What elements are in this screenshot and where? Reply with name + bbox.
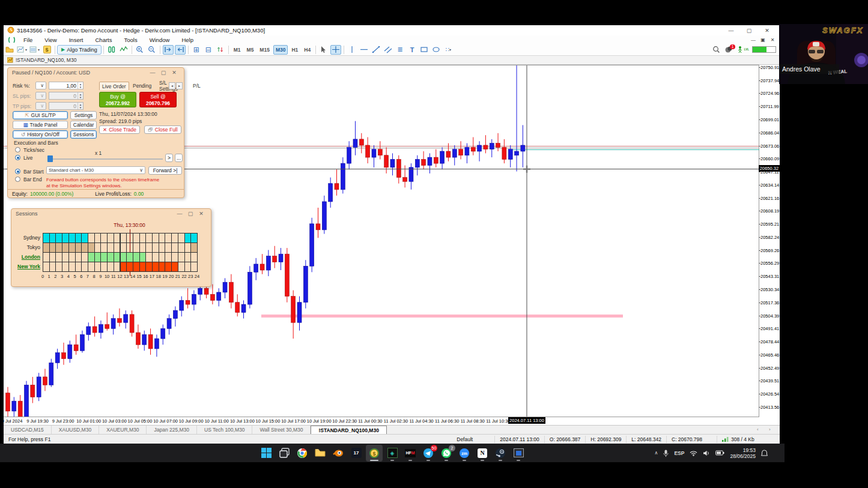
tp-input[interactable]: 0▲▼ <box>49 102 83 110</box>
menu-window[interactable]: Window <box>144 37 176 43</box>
calendar-button[interactable]: Calendar <box>70 121 97 129</box>
time-axis[interactable]: 9 Jul 20249 Jul 19:309 Jul 23:0010 Jul 0… <box>4 417 759 425</box>
settings-button[interactable]: Settings <box>70 111 97 119</box>
chart-tab-xaueur-m30[interactable]: XAUEUR,M30 <box>99 426 147 434</box>
chart-tab-xauusd-m30[interactable]: XAUUSD,M30 <box>52 426 99 434</box>
taskbar-start-icon[interactable] <box>258 445 275 462</box>
menu-file[interactable]: File <box>17 37 38 43</box>
spinner-icon[interactable]: ▲▼ <box>77 82 83 89</box>
chart-tab-us-tech-100-m30[interactable]: US Tech 100,M30 <box>197 426 252 434</box>
taskbar-telegram-icon[interactable]: 50 <box>420 445 437 462</box>
taskbar-window-app-icon[interactable] <box>510 445 527 462</box>
risk-combo[interactable]: ∨ <box>35 82 46 89</box>
speed-slider-thumb[interactable] <box>47 155 53 162</box>
language-indicator[interactable]: ESP <box>674 450 684 456</box>
lvl-icon[interactable]: LVL <box>735 45 750 55</box>
taskbar-hfm-icon[interactable]: HFM <box>402 445 419 462</box>
zigzag-icon[interactable] <box>118 45 129 55</box>
status-profile[interactable]: Default <box>452 436 495 443</box>
timeframe-h1[interactable]: H1 <box>289 45 300 55</box>
taskbar-tradingview-icon[interactable]: 17 <box>348 445 365 462</box>
wifi-icon[interactable] <box>690 450 697 456</box>
menu-help[interactable]: Help <box>175 37 199 43</box>
tick-chart-icon[interactable] <box>215 45 226 55</box>
timeframe-m30[interactable]: M30 <box>273 45 288 55</box>
panel-close-icon[interactable]: ✕ <box>169 70 180 76</box>
text-icon[interactable]: T <box>407 45 417 55</box>
taskbar-task-view-icon[interactable] <box>276 445 293 462</box>
panel-maximize-icon[interactable]: ▢ <box>158 70 169 76</box>
profiles-icon[interactable]: ▾ <box>16 45 28 55</box>
panel-minimize-icon[interactable]: — <box>147 70 158 76</box>
ticks-radio[interactable] <box>15 147 20 152</box>
dollar-icon[interactable]: $ <box>41 45 52 55</box>
history-button[interactable]: ↺History On/Off <box>13 130 68 139</box>
open-folder-icon[interactable] <box>4 45 15 55</box>
shift-back-icon[interactable] <box>175 45 186 55</box>
speaker-icon[interactable] <box>703 450 710 456</box>
menu-tools[interactable]: Tools <box>118 37 143 43</box>
chart-tab-wall-street-30-m30[interactable]: Wall Street 30,M30 <box>252 426 311 434</box>
close-button[interactable]: ✕ <box>758 28 776 34</box>
panel-minimize-icon[interactable]: — <box>174 211 185 217</box>
bar-end-radio[interactable] <box>15 176 20 182</box>
risk-input[interactable]: 1,00▲▼ <box>49 82 83 89</box>
grid-icon[interactable]: ⊞ <box>191 45 202 55</box>
more-button[interactable]: ... <box>175 154 183 162</box>
child-close-button[interactable]: ✕ <box>768 37 777 43</box>
order-tab-live-order[interactable]: Live Order <box>99 82 129 90</box>
taskbar-steam-icon[interactable] <box>492 445 509 462</box>
child-restore-button[interactable]: ▣ <box>758 37 768 43</box>
timeframe-m1[interactable]: M1 <box>231 45 243 55</box>
timeframe-m5[interactable]: M5 <box>244 45 256 55</box>
simulator-title-bar[interactable]: Paused / NQ100 / Account: USD — ▢ ✕ <box>8 68 184 77</box>
sell-button[interactable]: Sell @20670.796 <box>139 92 177 107</box>
tabs-scroll-right-icon[interactable]: › <box>769 427 771 432</box>
bar-start-radio[interactable] <box>15 169 20 174</box>
notification-bell-icon[interactable] <box>761 450 768 457</box>
forward-button[interactable]: Forward >| <box>148 166 182 175</box>
chart-tab--standard-nq100-m30[interactable]: !STANDARD_NQ100,M30 <box>311 426 386 434</box>
child-minimize-button[interactable]: — <box>748 37 758 43</box>
templates-icon[interactable]: ▾ <box>29 45 40 55</box>
community-icon[interactable]: 1 <box>723 45 734 55</box>
menu-charts[interactable]: Charts <box>90 37 118 43</box>
crosshair-icon[interactable] <box>330 45 341 55</box>
trendline-icon[interactable] <box>371 45 381 55</box>
menu-view[interactable]: View <box>38 37 62 43</box>
sessions-button[interactable]: Sessions <box>70 130 97 139</box>
panel-maximize-icon[interactable]: ▢ <box>185 211 196 217</box>
panel-close-icon[interactable]: ✕ <box>196 211 207 217</box>
tabs-scroll-left-icon[interactable]: ‹ <box>757 427 759 432</box>
close-trade-button[interactable]: ✕Close Trade <box>99 125 140 134</box>
tabs-scroll-right[interactable]: ▸ <box>176 82 183 89</box>
chart-tab-japan-225-m30[interactable]: Japan 225,M30 <box>147 426 197 434</box>
menu-insert[interactable]: Insert <box>63 37 90 43</box>
minimize-button[interactable]: — <box>722 28 740 34</box>
taskbar-forex-simulator-icon[interactable]: $ <box>366 445 383 462</box>
fibo-icon[interactable]: ≣ <box>395 45 405 55</box>
battery-icon[interactable] <box>715 450 724 456</box>
maximize-button[interactable]: ▢ <box>740 28 758 34</box>
algo-trading-button[interactable]: ▶Algo Trading <box>57 45 102 55</box>
cursor-icon[interactable] <box>318 45 329 55</box>
taskbar-zoom-icon[interactable]: zm <box>456 445 473 462</box>
taskbar-clock[interactable]: 19:53 28/06/2025 <box>730 447 756 459</box>
taskbar-code-app-icon[interactable]: ◈ <box>384 445 401 462</box>
ellipse-icon[interactable] <box>431 45 442 55</box>
tile-windows-icon[interactable]: ⊟ <box>203 45 214 55</box>
step-forward-button[interactable]: > <box>165 154 173 162</box>
shift-end-icon[interactable] <box>163 45 174 55</box>
spinner-icon[interactable]: ▲▼ <box>77 92 83 99</box>
market-depth-icon[interactable] <box>106 45 117 55</box>
vline-icon[interactable] <box>347 45 357 55</box>
taskbar-blender-icon[interactable] <box>330 445 347 462</box>
live-radio[interactable] <box>15 155 20 160</box>
timeframe-m15[interactable]: M15 <box>257 45 272 55</box>
chart-tab-usdcad-m15[interactable]: USDCAD,M15 <box>4 426 52 434</box>
close-full-button[interactable]: 🗗Close Full <box>144 125 181 134</box>
sl-combo[interactable]: ∨ <box>35 92 46 100</box>
hline-icon[interactable] <box>359 45 369 55</box>
microphone-icon[interactable] <box>663 450 669 457</box>
order-tab-p-l[interactable]: P/L <box>190 82 203 90</box>
